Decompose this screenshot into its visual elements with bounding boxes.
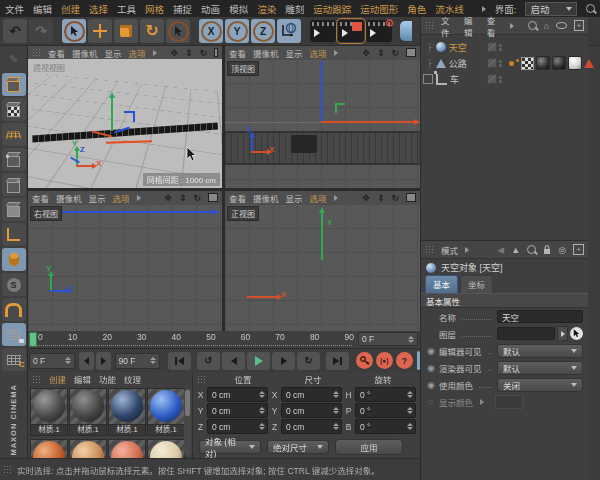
mat-menu-function[interactable]: 功能 — [99, 373, 116, 385]
mat-menu-texture[interactable]: 纹理 — [124, 373, 141, 385]
object-row-road[interactable]: ├ 公路 — [421, 55, 588, 71]
material-item[interactable] — [30, 439, 67, 458]
gizmo-z-axis[interactable] — [321, 61, 323, 123]
clipped-toolbar-icon[interactable] — [400, 21, 412, 41]
vp-zoom-icon[interactable]: ⇕ — [377, 48, 385, 58]
current-frame-field[interactable]: 0 F — [358, 332, 418, 346]
points-mode-button[interactable] — [2, 148, 26, 171]
filter-icon[interactable] — [556, 22, 566, 29]
layer-toggle-icon[interactable] — [487, 74, 497, 84]
edges-mode-button[interactable] — [2, 173, 26, 196]
mat-menu-edit[interactable]: 编辑 — [74, 373, 91, 385]
object-row-car[interactable]: ◎ 车 — [421, 71, 588, 87]
tab-basic[interactable]: 基本 — [425, 275, 458, 293]
live-selection-button[interactable] — [62, 19, 86, 43]
layer-toggle-icon[interactable] — [487, 58, 497, 68]
panel-grip-icon[interactable] — [32, 48, 41, 57]
next-key-button[interactable]: ↻ — [297, 352, 320, 370]
anim-dot-icon[interactable]: ◉ — [426, 380, 436, 390]
material-item[interactable] — [69, 439, 106, 458]
play-button[interactable] — [247, 352, 270, 370]
material-tag-icon[interactable] — [536, 56, 550, 70]
attr-search-icon[interactable] — [527, 245, 536, 254]
viewport-solo-button[interactable] — [2, 248, 26, 271]
size-y-field[interactable]: 0 cm — [281, 403, 342, 418]
material-scrollbar[interactable] — [184, 388, 191, 456]
vp-menu-camera[interactable]: 摄像机 — [56, 192, 82, 204]
layer-menu-icon[interactable] — [557, 326, 568, 341]
range-end-field[interactable]: 90 F — [115, 353, 161, 369]
vp-menu-view[interactable]: 查看 — [48, 47, 65, 59]
lock-icon[interactable] — [543, 245, 551, 255]
vp-zoom-icon[interactable]: ⇕ — [377, 193, 385, 203]
undo-button[interactable]: ↶ — [3, 19, 27, 43]
pos-z-field[interactable]: 0 cm — [207, 419, 268, 434]
redo-button[interactable]: ↷ — [29, 19, 53, 43]
menu-animate[interactable]: 动画 — [201, 2, 220, 16]
material-item[interactable]: 材质.1 — [147, 388, 184, 434]
vp-pan-icon[interactable]: ✥ — [164, 193, 172, 203]
expand-icon[interactable]: ◎ — [423, 74, 433, 84]
prev-frame-button[interactable] — [222, 352, 245, 370]
viewport-top-canvas[interactable]: Z X 顶视图 — [225, 59, 420, 188]
vp-pan-icon[interactable]: ✥ — [362, 193, 370, 203]
vp-menu-display[interactable]: 显示 — [286, 47, 303, 59]
gizmo-x-axis[interactable] — [321, 121, 415, 123]
object-row-sky[interactable]: ├ 天空 — [421, 39, 588, 55]
menu-motion-tracker[interactable]: 运动跟踪 — [313, 2, 351, 16]
vp-menu-display[interactable]: 显示 — [105, 47, 122, 59]
vp-orbit-icon[interactable]: ↻ — [193, 193, 201, 203]
viewport-right-canvas[interactable]: Y Z 右视图 — [28, 204, 222, 331]
compositing-tag-icon[interactable] — [521, 57, 534, 70]
make-editable-button[interactable] — [2, 73, 26, 96]
anim-dot-icon[interactable]: ◉ — [426, 363, 436, 373]
range-prev-button[interactable] — [79, 352, 94, 370]
vp-pan-icon[interactable]: ✥ — [362, 48, 370, 58]
add-panel-icon[interactable]: + — [574, 20, 584, 31]
vp-menu-camera[interactable]: 摄像机 — [253, 192, 279, 204]
lock-workplane-button[interactable] — [2, 323, 26, 346]
layer-field[interactable] — [497, 327, 555, 340]
goto-start-button[interactable] — [168, 352, 191, 370]
material-item[interactable] — [108, 439, 145, 458]
car-object-top[interactable] — [291, 135, 317, 153]
up-level-icon[interactable]: ▲ — [511, 245, 520, 255]
om-menu-edit[interactable]: 编辑 — [464, 14, 480, 38]
pen-tool-button[interactable]: ✎ — [2, 48, 26, 71]
vp-pan-icon[interactable]: ✥ — [171, 48, 179, 58]
viewport-perspective-canvas[interactable]: Y Z X 透视视图 网格间距 : 1000 cm — [28, 59, 222, 188]
move-tool-button[interactable] — [88, 19, 112, 43]
vp-zoom-icon[interactable]: ⇕ — [185, 48, 193, 58]
object-name[interactable]: 公路 — [449, 57, 467, 70]
home-icon[interactable]: ⌂ — [544, 21, 549, 31]
menu-snap[interactable]: 捕捉 — [173, 2, 192, 16]
model-mode-button[interactable] — [2, 98, 26, 121]
gizmo-x-axis[interactable] — [247, 296, 277, 298]
rotate-tool-button[interactable]: ↻ — [140, 19, 164, 43]
vp-menu-options[interactable]: 选项 — [129, 47, 146, 59]
anim-dot-icon[interactable]: ◉ — [426, 346, 436, 356]
tab-coordinates[interactable]: 坐标 — [460, 275, 493, 293]
menu-mograph[interactable]: 运动图形 — [360, 2, 398, 16]
layer-pick-icon[interactable] — [570, 327, 583, 340]
y-axis-lock-button[interactable]: Y — [225, 19, 249, 43]
rot-h-field[interactable]: 0 ° — [355, 387, 416, 402]
size-mode-dropdown[interactable]: 绝对尺寸 — [267, 440, 329, 454]
pos-y-field[interactable]: 0 cm — [207, 403, 268, 418]
attr-menu-mode[interactable]: 模式 — [441, 244, 458, 256]
name-field[interactable]: 天空 — [497, 310, 583, 323]
vp-menu-view[interactable]: 查看 — [229, 47, 246, 59]
rot-b-field[interactable]: 0 ° — [355, 419, 416, 434]
viewport-front[interactable]: 查看 摄像机 显示 选项 ✥ ⇕ ↻ Y X 正视图 — [225, 191, 420, 331]
material-item[interactable]: 材质.1 — [30, 388, 67, 434]
vp-orbit-icon[interactable]: ↻ — [391, 48, 399, 58]
vp-zoom-icon[interactable]: ⇕ — [179, 193, 187, 203]
gizmo-plane-handle[interactable] — [335, 103, 345, 113]
layer-toggle-icon[interactable] — [487, 42, 497, 52]
texture-mode-button[interactable] — [2, 123, 26, 146]
autokey-button[interactable]: (●) — [376, 352, 393, 369]
scale-tool-button[interactable] — [114, 19, 138, 43]
size-x-field[interactable]: 0 cm — [281, 387, 342, 402]
panel-grip-icon[interactable] — [3, 465, 12, 474]
prev-key-button[interactable]: ↺ — [197, 352, 220, 370]
